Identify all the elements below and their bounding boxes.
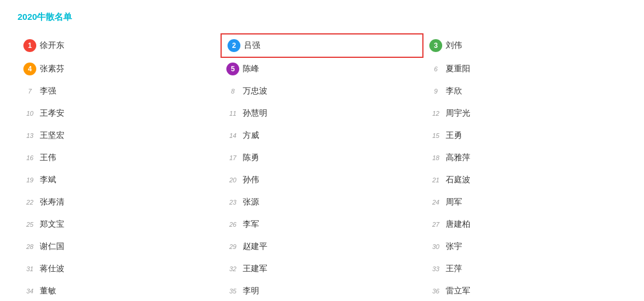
rank-badge: 29 [226, 240, 239, 253]
rank-badge: 34 [23, 285, 36, 297]
rank-badge: 11 [226, 107, 239, 120]
list-item[interactable]: 33王萍 [423, 258, 626, 280]
item-name: 孙伟 [243, 175, 259, 185]
rank-badge: 13 [23, 129, 36, 142]
list-item[interactable]: 29赵建平 [221, 236, 423, 258]
item-name: 赵建平 [243, 241, 267, 252]
rank-badge: 33 [429, 262, 442, 275]
rank-badge: 7 [23, 85, 36, 98]
item-name: 王孝安 [40, 108, 64, 119]
list-item[interactable]: 23张源 [221, 191, 423, 213]
rank-badge: 23 [226, 196, 239, 209]
rank-badge: 22 [23, 196, 36, 209]
rank-badge: 5 [226, 63, 239, 75]
item-name: 周军 [446, 197, 462, 207]
list-item[interactable]: 19李斌 [18, 169, 221, 191]
rank-badge: 3 [429, 39, 442, 52]
item-name: 李军 [243, 219, 259, 230]
list-item[interactable]: 17陈勇 [221, 147, 423, 169]
rank-badge: 30 [429, 240, 442, 253]
item-name: 王坚宏 [40, 130, 64, 141]
list-item[interactable]: 25郑文宝 [18, 213, 221, 236]
list-item[interactable]: 31蒋仕波 [18, 258, 221, 280]
item-name: 李斌 [40, 175, 56, 185]
item-name: 李强 [40, 86, 56, 96]
item-name: 王建军 [243, 264, 267, 274]
rank-badge: 26 [226, 218, 239, 231]
rank-badge: 17 [226, 151, 239, 164]
list-item[interactable]: 30张宇 [423, 236, 626, 258]
list-item[interactable]: 3刘伟 [423, 33, 626, 58]
item-name: 张寿清 [40, 197, 64, 207]
rank-badge: 36 [429, 285, 442, 297]
list-item[interactable]: 26李军 [221, 213, 423, 236]
item-name: 孙慧明 [243, 108, 267, 119]
item-name: 张素芬 [40, 64, 64, 74]
rank-badge: 9 [429, 85, 442, 98]
rank-badge: 12 [429, 107, 442, 120]
list-item[interactable]: 15王勇 [423, 124, 626, 147]
item-name: 谢仁国 [40, 241, 64, 252]
rank-badge: 24 [429, 196, 442, 209]
list-item[interactable]: 8万忠波 [221, 80, 423, 102]
item-name: 雷立军 [446, 286, 470, 296]
list-item[interactable]: 32王建军 [221, 258, 423, 280]
item-name: 周宇光 [446, 108, 470, 119]
item-name: 张源 [243, 197, 259, 207]
list-item[interactable]: 24周军 [423, 191, 626, 213]
item-name: 张宇 [446, 241, 462, 252]
rank-badge: 2 [228, 39, 240, 52]
list-item[interactable]: 36雷立军 [423, 280, 626, 301]
list-item[interactable]: 28谢仁国 [18, 236, 221, 258]
item-name: 唐建柏 [446, 219, 470, 230]
list-item[interactable]: 4张素芬 [18, 58, 221, 80]
item-name: 李欣 [446, 86, 462, 96]
list-item[interactable]: 16王伟 [18, 147, 221, 169]
rank-badge: 1 [23, 39, 36, 52]
list-item[interactable]: 6夏重阳 [423, 58, 626, 80]
rank-badge: 19 [23, 174, 36, 186]
item-name: 徐开东 [40, 40, 64, 51]
item-name: 郑文宝 [40, 219, 64, 230]
item-name: 陈勇 [243, 153, 259, 163]
list-item[interactable]: 21石庭波 [423, 169, 626, 191]
list-item[interactable]: 27唐建柏 [423, 213, 626, 236]
rank-badge: 31 [23, 262, 36, 275]
rank-badge: 10 [23, 107, 36, 120]
rank-badge: 8 [226, 85, 239, 98]
page-title: 2020牛散名单 [18, 12, 626, 23]
rank-badge: 16 [23, 151, 36, 164]
item-name: 王萍 [446, 264, 462, 274]
list-item[interactable]: 12周宇光 [423, 102, 626, 124]
list-item[interactable]: 7李强 [18, 80, 221, 102]
list-item[interactable]: 34董敏 [18, 280, 221, 301]
list-item[interactable]: 22张寿清 [18, 191, 221, 213]
list-item[interactable]: 1徐开东 [18, 33, 221, 58]
rank-badge: 35 [226, 285, 239, 297]
item-name: 高雅萍 [446, 153, 470, 163]
rank-badge: 21 [429, 174, 442, 186]
rank-badge: 27 [429, 218, 442, 231]
rank-badge: 15 [429, 129, 442, 142]
list-item[interactable]: 11孙慧明 [221, 102, 423, 124]
item-name: 石庭波 [446, 175, 470, 185]
list-item[interactable]: 35李明 [221, 280, 423, 301]
item-name: 蒋仕波 [40, 264, 64, 274]
item-name: 王伟 [40, 153, 56, 163]
list-item[interactable]: 10王孝安 [18, 102, 221, 124]
list-item[interactable]: 13王坚宏 [18, 124, 221, 147]
rank-badge: 32 [226, 262, 239, 275]
list-item[interactable]: 2吕强 [221, 33, 423, 58]
list-item[interactable]: 9李欣 [423, 80, 626, 102]
list-grid: 1徐开东2吕强3刘伟4张素芬5陈峰6夏重阳7李强8万忠波9李欣10王孝安11孙慧… [18, 33, 626, 301]
list-item[interactable]: 20孙伟 [221, 169, 423, 191]
rank-badge: 20 [226, 174, 239, 186]
rank-badge: 25 [23, 218, 36, 231]
item-name: 李明 [243, 286, 259, 296]
list-item[interactable]: 14方威 [221, 124, 423, 147]
list-item[interactable]: 18高雅萍 [423, 147, 626, 169]
list-item[interactable]: 5陈峰 [221, 58, 423, 80]
rank-badge: 6 [429, 63, 442, 75]
item-name: 王勇 [446, 130, 462, 141]
item-name: 董敏 [40, 286, 56, 296]
